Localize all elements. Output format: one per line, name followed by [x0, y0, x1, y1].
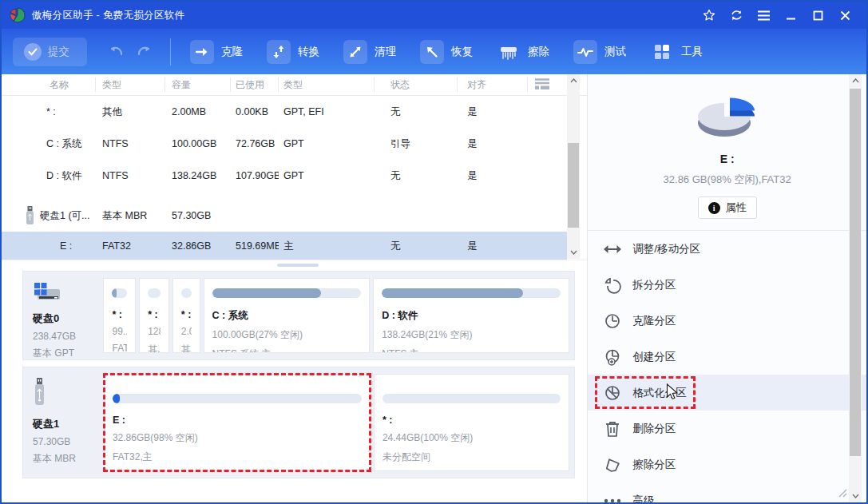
convert-button[interactable]: 转换: [267, 40, 319, 64]
left-panel: 名称 类型 容量 已使用 类型 状态 对齐 * : 其他 2.00MB 0.00…: [2, 74, 588, 504]
clone-button[interactable]: 克隆: [190, 40, 243, 64]
delete-partition-icon: [603, 419, 622, 439]
partition-table: 名称 类型 容量 已使用 类型 状态 对齐 * : 其他 2.00MB 0.00…: [2, 74, 587, 260]
main-menu-icon[interactable]: [750, 2, 777, 29]
menu-item-format[interactable]: 格式化分区: [588, 375, 866, 411]
disk1-row: 硬盘1 57.30GB 基本 MBR E : 32.86GB(98% 空闲) F…: [22, 367, 575, 478]
table-row-disk[interactable]: 硬盘1 (可... 基本 MBR 57.30GB: [2, 200, 587, 232]
tools-icon: [650, 40, 674, 64]
scroll-up-icon[interactable]: [567, 74, 580, 87]
tools-label: 工具: [681, 45, 703, 59]
checkmark-icon: [24, 43, 42, 61]
scroll-down-icon[interactable]: [849, 490, 862, 502]
panel-splitter[interactable]: [2, 260, 587, 269]
erase-button[interactable]: 擦除: [497, 40, 549, 64]
header-used[interactable]: 已使用: [231, 77, 279, 92]
partition-card-d[interactable]: D : 软件 138.24GB(21% 空闲) NTFS,主: [373, 278, 569, 353]
convert-label: 转换: [298, 45, 319, 59]
disk0-kind: 基本 GPT: [33, 347, 98, 360]
menu-item-resize-move[interactable]: 调整/移动分区: [588, 231, 866, 267]
erase-label: 擦除: [528, 45, 549, 59]
recover-icon: [420, 40, 444, 64]
disk1-kind: 基本 MBR: [33, 452, 99, 466]
scroll-up-icon[interactable]: [849, 74, 862, 87]
header-status[interactable]: 状态: [375, 77, 458, 92]
menu-item-delete[interactable]: 删除分区: [588, 411, 866, 446]
test-button[interactable]: 测试: [573, 40, 626, 64]
window-title: 傲梅分区助手 - 免费无损分区软件: [32, 9, 184, 22]
partition-card[interactable]: * : 2.0... 其...: [172, 278, 200, 353]
recover-button[interactable]: 恢复: [420, 40, 473, 64]
favorite-star-icon[interactable]: [696, 2, 723, 29]
partition-card-e-selected[interactable]: E : 32.86GB(98% 空闲) FAT32,主: [104, 374, 371, 471]
clean-label: 清理: [375, 45, 396, 59]
header-name[interactable]: 名称: [2, 77, 96, 92]
partition-pie-chart: [689, 87, 766, 145]
selected-partition-detail: 32.86 GB(98% 空闲),FAT32: [588, 173, 866, 187]
minimize-button[interactable]: [777, 2, 804, 29]
tools-button[interactable]: 工具: [650, 40, 703, 64]
submit-label: 提交: [48, 45, 69, 59]
partition-card-unallocated[interactable]: * : 24.44GB(100% 空闲) 未分配空间: [374, 374, 569, 471]
properties-button[interactable]: i 属性: [698, 196, 757, 219]
menu-item-erase[interactable]: 擦除分区: [588, 446, 866, 482]
header-align[interactable]: 对齐: [458, 77, 528, 92]
test-icon: [573, 40, 597, 64]
disk-visual-panel: 硬盘0 238.47GB 基本 GPT * : 99.... FAT... * …: [2, 269, 587, 478]
close-button[interactable]: [831, 2, 858, 29]
update-sync-icon[interactable]: [723, 2, 750, 29]
disk0-row: 硬盘0 238.47GB 基本 GPT * : 99.... FAT... * …: [22, 271, 575, 360]
sidebar-scrollbar[interactable]: [849, 74, 862, 502]
menu-item-create[interactable]: 创建分区: [588, 339, 866, 375]
erase-partition-icon: [603, 455, 622, 474]
window-resize-grip[interactable]: [838, 488, 847, 498]
disk1-size: 57.30GB: [33, 436, 99, 447]
header-capacity[interactable]: 容量: [165, 77, 231, 92]
main-content: 名称 类型 容量 已使用 类型 状态 对齐 * : 其他 2.00MB 0.00…: [2, 74, 866, 504]
toolbar-divider: [170, 38, 171, 65]
app-logo-icon: [10, 7, 26, 23]
partition-card[interactable]: * : 99.... FAT...: [103, 278, 136, 353]
toolbar: 提交 克隆 转换 清理 恢复: [2, 29, 866, 74]
disk1-name: 硬盘1: [33, 417, 99, 431]
scrollbar-thumb[interactable]: [568, 143, 579, 228]
partition-card[interactable]: * : 128... 其...: [139, 278, 169, 353]
undo-icon[interactable]: [108, 45, 124, 59]
submit-button[interactable]: 提交: [13, 38, 87, 66]
table-scrollbar[interactable]: [567, 74, 580, 259]
menu-item-clone[interactable]: 克隆分区: [588, 303, 866, 339]
disk0-size: 238.47GB: [33, 331, 98, 342]
disk1-label[interactable]: 硬盘1 57.30GB 基本 MBR: [28, 374, 101, 471]
redo-icon[interactable]: [137, 45, 153, 59]
undo-redo-group: [108, 45, 153, 59]
table-row-selected[interactable]: E : FAT32 32.86GB 519.69MB 主 无 是: [2, 232, 567, 260]
clone-label: 克隆: [221, 45, 243, 59]
disk0-label[interactable]: 硬盘0 238.47GB 基本 GPT: [28, 278, 100, 353]
sidebar-menu: 调整/移动分区 拆分分区 克隆分区: [588, 231, 866, 504]
clone-icon: [190, 40, 214, 64]
splitter-grip-icon[interactable]: [277, 264, 319, 267]
table-row[interactable]: D : 软件 NTFS 138.24GB 107.90GB GPT 无 是: [2, 160, 587, 192]
scroll-down-icon[interactable]: [567, 246, 580, 259]
menu-item-split[interactable]: 拆分分区: [588, 267, 866, 303]
scrollbar-thumb[interactable]: [850, 89, 861, 456]
header-type[interactable]: 类型: [279, 77, 375, 92]
table-row[interactable]: * : 其他 2.00MB 0.00KB GPT, EFI 无 是: [2, 96, 587, 128]
clone-partition-icon: [603, 312, 622, 331]
format-partition-icon: [603, 383, 622, 403]
selected-partition-label: E :: [588, 153, 866, 165]
split-partition-icon: [603, 276, 622, 295]
table-row[interactable]: C : 系统 NTFS 100.00GB 72.76GB GPT 引导 是: [2, 128, 587, 160]
clean-button[interactable]: 清理: [343, 40, 396, 64]
menu-item-advanced[interactable]: 高级: [588, 482, 866, 504]
table-header: 名称 类型 容量 已使用 类型 状态 对齐: [2, 74, 587, 96]
view-toggle-icon[interactable]: [534, 77, 552, 92]
info-icon: i: [708, 202, 720, 214]
header-fs[interactable]: 类型: [96, 77, 165, 92]
mouse-cursor: [666, 383, 680, 401]
maximize-button[interactable]: [804, 2, 831, 29]
partition-card-c[interactable]: C : 系统 100.00GB(27% 空闲) NTFS,系统,主: [204, 278, 371, 353]
test-label: 测试: [604, 45, 626, 59]
recover-label: 恢复: [451, 45, 473, 59]
app-window: 傲梅分区助手 - 免费无损分区软件 提交: [0, 0, 868, 504]
